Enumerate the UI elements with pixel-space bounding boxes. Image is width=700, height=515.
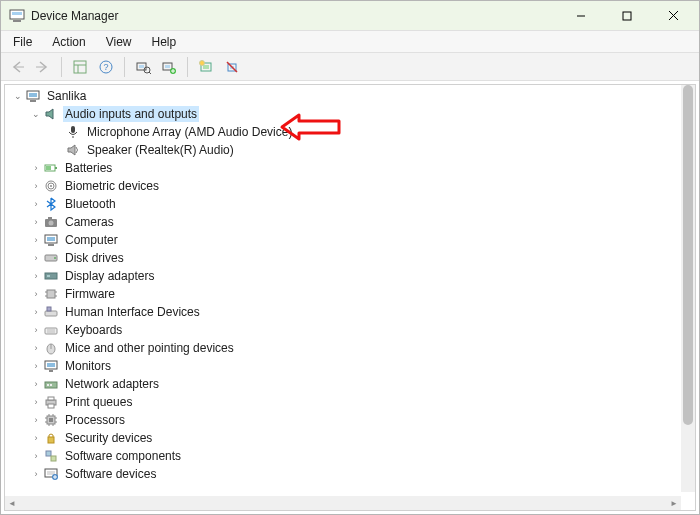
expander-closed-icon[interactable]: › xyxy=(29,451,43,461)
tree-node-microphone[interactable]: Microphone Array (AMD Audio Device) xyxy=(7,123,681,141)
svg-rect-58 xyxy=(47,307,51,311)
scan-hardware-button[interactable] xyxy=(131,56,155,78)
tree-node-print[interactable]: › Print queues xyxy=(7,393,681,411)
tree-node-processors[interactable]: › Processors xyxy=(7,411,681,429)
toolbar-separator xyxy=(61,57,62,77)
expander-closed-icon[interactable]: › xyxy=(29,217,43,227)
expander-closed-icon[interactable]: › xyxy=(29,163,43,173)
tree-node-label: Software devices xyxy=(63,466,158,482)
tree-node-firmware[interactable]: › Firmware xyxy=(7,285,681,303)
menu-file[interactable]: File xyxy=(3,33,42,51)
svg-rect-68 xyxy=(47,384,49,386)
tree-node-batteries[interactable]: › Batteries xyxy=(7,159,681,177)
device-manager-window: Device Manager File Action View Help xyxy=(0,0,700,515)
tree-node-software-components[interactable]: › Software components xyxy=(7,447,681,465)
expander-closed-icon[interactable]: › xyxy=(29,307,43,317)
svg-line-17 xyxy=(149,72,151,74)
minimize-button[interactable] xyxy=(559,2,603,30)
help-button[interactable]: ? xyxy=(94,56,118,78)
tree-node-label: Bluetooth xyxy=(63,196,118,212)
svg-point-49 xyxy=(54,257,56,259)
speaker-icon xyxy=(43,106,59,122)
svg-marker-32 xyxy=(46,109,53,119)
tree-node-keyboards[interactable]: › Keyboards xyxy=(7,321,681,339)
tree-node-label: Firmware xyxy=(63,286,117,302)
scrollbar-thumb[interactable] xyxy=(683,85,693,425)
svg-rect-30 xyxy=(29,93,37,97)
expander-closed-icon[interactable]: › xyxy=(29,235,43,245)
expander-closed-icon[interactable]: › xyxy=(29,181,43,191)
expander-closed-icon[interactable]: › xyxy=(29,379,43,389)
menu-action[interactable]: Action xyxy=(42,33,95,51)
tree-node-label: Network adapters xyxy=(63,376,161,392)
tree-node-display[interactable]: › Display adapters xyxy=(7,267,681,285)
tree-node-mice[interactable]: › Mice and other pointing devices xyxy=(7,339,681,357)
tree-node-label: Software components xyxy=(63,448,183,464)
tree-node-monitors[interactable]: › Monitors xyxy=(7,357,681,375)
tree-node-software-devices[interactable]: › Software devices xyxy=(7,465,681,483)
expander-closed-icon[interactable]: › xyxy=(29,271,43,281)
svg-rect-72 xyxy=(48,404,54,408)
update-driver-button[interactable] xyxy=(194,56,218,78)
expander-closed-icon[interactable]: › xyxy=(29,289,43,299)
menu-help[interactable]: Help xyxy=(142,33,187,51)
nav-back-button[interactable] xyxy=(5,56,29,78)
expander-closed-icon[interactable]: › xyxy=(29,415,43,425)
tree-node-hid[interactable]: › Human Interface Devices xyxy=(7,303,681,321)
svg-rect-2 xyxy=(13,20,21,22)
hid-icon xyxy=(43,304,59,320)
vertical-scrollbar[interactable] xyxy=(681,85,695,492)
show-hide-console-tree-button[interactable] xyxy=(68,56,92,78)
disk-icon xyxy=(43,250,59,266)
maximize-button[interactable] xyxy=(605,2,649,30)
svg-rect-1 xyxy=(12,12,22,15)
device-tree[interactable]: ⌄ Sanlika ⌄ Audio inputs and outputs xyxy=(7,87,681,486)
svg-rect-65 xyxy=(47,363,55,367)
tree-node-cameras[interactable]: › Cameras xyxy=(7,213,681,231)
microphone-icon xyxy=(65,124,81,140)
expander-closed-icon[interactable]: › xyxy=(29,397,43,407)
monitor-icon xyxy=(43,358,59,374)
uninstall-device-button[interactable] xyxy=(220,56,244,78)
svg-rect-46 xyxy=(47,237,55,241)
tree-node-label: Print queues xyxy=(63,394,134,410)
expander-closed-icon[interactable]: › xyxy=(29,343,43,353)
add-legacy-hardware-button[interactable] xyxy=(157,56,181,78)
tree-node-label: Computer xyxy=(63,232,120,248)
software-device-icon xyxy=(43,466,59,482)
expander-closed-icon[interactable]: › xyxy=(29,325,43,335)
tree-node-sound[interactable]: › Sound, video and game controllers xyxy=(7,483,681,486)
tree-node-audio[interactable]: ⌄ Audio inputs and outputs xyxy=(7,105,681,123)
tree-node-bluetooth[interactable]: › Bluetooth xyxy=(7,195,681,213)
svg-rect-15 xyxy=(139,65,144,68)
tree-root[interactable]: ⌄ Sanlika xyxy=(7,87,681,105)
expander-open-icon[interactable]: ⌄ xyxy=(11,91,25,101)
scroll-right-button[interactable]: ► xyxy=(667,496,681,510)
menu-view[interactable]: View xyxy=(96,33,142,51)
printer-icon xyxy=(43,394,59,410)
expander-closed-icon[interactable]: › xyxy=(29,469,43,479)
expander-closed-icon[interactable]: › xyxy=(29,361,43,371)
tree-node-security[interactable]: › Security devices xyxy=(7,429,681,447)
expander-closed-icon[interactable]: › xyxy=(29,199,43,209)
expander-open-icon[interactable]: ⌄ xyxy=(29,109,43,119)
expander-closed-icon[interactable]: › xyxy=(29,433,43,443)
expander-closed-icon[interactable]: › xyxy=(29,253,43,263)
tree-node-network[interactable]: › Network adapters xyxy=(7,375,681,393)
close-button[interactable] xyxy=(651,2,695,30)
horizontal-scrollbar[interactable]: ◄ ► xyxy=(5,496,681,510)
tree-node-label: Sound, video and game controllers xyxy=(63,484,252,486)
display-adapter-icon xyxy=(43,268,59,284)
svg-rect-52 xyxy=(47,290,55,298)
scroll-left-button[interactable]: ◄ xyxy=(5,496,19,510)
tree-node-biometric[interactable]: › Biometric devices xyxy=(7,177,681,195)
tree-node-speaker[interactable]: Speaker (Realtek(R) Audio) xyxy=(7,141,681,159)
svg-text:?: ? xyxy=(103,62,108,72)
svg-rect-83 xyxy=(48,437,54,443)
tree-node-computer[interactable]: › Computer xyxy=(7,231,681,249)
svg-rect-9 xyxy=(74,61,86,73)
nav-forward-button[interactable] xyxy=(31,56,55,78)
svg-rect-24 xyxy=(203,65,209,69)
tree-node-diskdrives[interactable]: › Disk drives xyxy=(7,249,681,267)
tree-node-label: Cameras xyxy=(63,214,116,230)
